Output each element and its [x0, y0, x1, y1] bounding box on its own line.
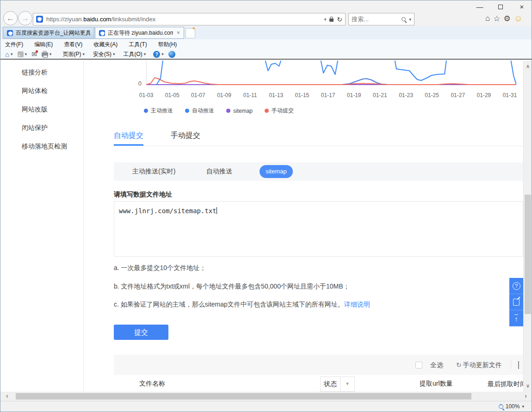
menu-view[interactable]: 查看(V) — [64, 41, 82, 49]
delete-button-clipped[interactable] — [518, 361, 523, 369]
refresh-icon[interactable]: ↻ — [337, 16, 342, 23]
manual-refresh-button[interactable]: ↻手动更新文件 — [456, 361, 502, 369]
messenger-sphere-icon — [168, 51, 175, 58]
back-to-top-icon: ↑ — [514, 314, 518, 322]
back-button[interactable]: ← — [3, 11, 18, 25]
favorites-star-icon[interactable]: ☆ — [493, 14, 500, 24]
help-float-button[interactable]: ? — [509, 278, 523, 294]
page-command-button[interactable]: 页面(P)▾ — [62, 50, 85, 58]
legend-dot — [226, 109, 230, 113]
chart-svg — [146, 61, 516, 85]
help-command-button[interactable]: ?▾ — [153, 51, 164, 58]
file-list-toolbar: 全选 ↻手动更新文件 — [114, 355, 523, 375]
minimize-button[interactable]: — — [472, 2, 488, 12]
legend-item[interactable]: 自动推送 — [185, 107, 214, 115]
tab-waiting-ziyuan[interactable]: 正在等待 ziyuan.baidu.com × — [95, 27, 184, 39]
scroll-up-icon[interactable]: ∧ — [524, 63, 532, 69]
legend-dot — [185, 109, 189, 113]
sidebar: 链接分析 网站体检 网站改版 闭站保护 移动落地页检测 — [0, 61, 84, 392]
home-icon[interactable]: ⌂ — [485, 14, 490, 23]
home-icon: ⌂ — [5, 50, 9, 58]
mail-command-button[interactable]: ✉ — [31, 50, 37, 58]
feedback-float-button[interactable] — [509, 294, 523, 310]
menu-favorites[interactable]: 收藏夹(A) — [93, 41, 118, 49]
subtab-bar: 主动推送(实时) 自动推送 sitemap — [114, 162, 523, 181]
forward-button[interactable]: → — [18, 11, 32, 25]
scroll-right-icon[interactable]: › — [525, 392, 527, 400]
menu-help[interactable]: 帮助(H) — [158, 41, 177, 49]
legend-item[interactable]: 主动推送 — [144, 107, 173, 115]
mail-icon: ✉ — [31, 50, 37, 58]
close-button[interactable]: × — [514, 2, 530, 12]
column-url-count: 提取url数量 — [420, 380, 453, 388]
new-tab-button[interactable] — [186, 28, 195, 38]
chart-legend: 主动推送 自动推送 sitemap 手动提交 — [144, 107, 294, 115]
tab-baidu-platform[interactable]: 百度搜索资源平台_让网站更具... — [3, 27, 94, 39]
file-url-value: www.jlnrj.com/sitemap.txt — [119, 207, 217, 215]
toolbar-divider — [511, 361, 511, 369]
address-bar[interactable]: https://ziyuan.baidu.com/linksubmit/inde… — [33, 13, 346, 25]
tab-title: 百度搜索资源平台_让网站更具... — [16, 29, 90, 37]
select-all-label[interactable]: 全选 — [430, 361, 443, 369]
address-dropdown-icon[interactable]: ▾ — [324, 17, 327, 22]
search-dropdown-icon[interactable]: ▾ — [409, 17, 411, 22]
sidebar-item-link-analysis[interactable]: 链接分析 — [22, 68, 48, 77]
tab-auto-submit[interactable]: 自动提交 — [114, 131, 143, 141]
search-icon[interactable] — [402, 17, 406, 21]
maximize-icon — [498, 5, 503, 9]
select-all-checkbox[interactable] — [415, 362, 422, 369]
rss-command-button[interactable]: ▾ — [18, 51, 27, 57]
menu-file[interactable]: 文件(F) — [5, 41, 23, 49]
note-a: a. 一次最多提交10个文件地址； — [114, 264, 206, 272]
safety-command-button[interactable]: 安全(S)▾ — [93, 50, 115, 58]
back-to-top-button[interactable]: ↑ — [509, 310, 523, 326]
floating-side-panel: ? ↑ — [509, 278, 523, 326]
tab-close-icon[interactable]: × — [177, 30, 180, 36]
home-command-button[interactable]: ⌂▾ — [5, 50, 13, 58]
submit-button[interactable]: 提交 — [114, 325, 168, 340]
scroll-down-icon[interactable]: ∨ — [524, 383, 532, 389]
vertical-scrollbar-thumb[interactable] — [525, 195, 531, 314]
sidebar-item-site-checkup[interactable]: 网站体检 — [22, 87, 48, 95]
legend-item[interactable]: 手动提交 — [265, 107, 294, 115]
tab-manual-submit[interactable]: 手动提交 — [171, 131, 200, 141]
detail-link[interactable]: 详细说明 — [344, 301, 370, 308]
settings-gear-icon[interactable]: ⚙ — [504, 14, 511, 24]
baidu-favicon — [36, 16, 43, 23]
status-bar: 100% ▾ — [0, 401, 532, 412]
trash-icon — [518, 361, 519, 369]
search-input[interactable]: 搜索... ▾ — [348, 13, 414, 25]
sidebar-item-site-revision[interactable]: 网站改版 — [22, 105, 48, 114]
print-command-button[interactable]: ▾ — [42, 51, 52, 57]
messenger-command-button[interactable] — [168, 51, 175, 58]
menu-edit[interactable]: 编辑(E) — [34, 41, 53, 49]
column-last-crawl-time-clipped: 最后抓取时间 — [488, 380, 523, 388]
file-url-textarea[interactable]: www.jlnrj.com/sitemap.txt — [114, 201, 523, 257]
status-filter-dropdown-icon[interactable]: ▼ — [340, 376, 355, 392]
vertical-scrollbar[interactable]: ∧ ∨ — [523, 61, 532, 392]
subtab-auto-push[interactable]: 自动推送 — [206, 167, 232, 176]
smiley-feedback-icon[interactable]: ☺ — [514, 13, 523, 24]
zoom-dropdown-icon[interactable]: ▾ — [522, 404, 524, 409]
zoom-magnifier-icon — [499, 404, 503, 409]
sidebar-item-closed-site-protection[interactable]: 闭站保护 — [22, 124, 48, 132]
scroll-left-icon[interactable]: ‹ — [6, 392, 8, 400]
command-bar: ⌂▾ ▾ ✉ ▾ 页面(P)▾ 安全(S)▾ 工具(O)▾ ?▾ — [0, 49, 532, 60]
zoom-control[interactable]: 100% ▾ — [499, 403, 524, 410]
subtab-sitemap-selected[interactable]: sitemap — [260, 165, 293, 178]
note-b: b. 文件地址格式为txt或xml，每个地址文件最多包含50,000个网址且需小… — [114, 283, 350, 291]
menu-tools[interactable]: 工具(T) — [129, 41, 147, 49]
sidebar-item-mobile-landing-check[interactable]: 移动落地页检测 — [22, 142, 67, 151]
column-status[interactable]: 状态 — [320, 376, 340, 392]
horizontal-scrollbar-thumb[interactable] — [16, 393, 471, 400]
subtab-active-push[interactable]: 主动推送(实时) — [132, 167, 175, 176]
legend-item[interactable]: sitemap — [226, 108, 253, 114]
tab-divider-line — [114, 146, 523, 146]
chart-x-axis-labels: 01-0301-0501-0701-0901-1101-1301-1501-17… — [133, 92, 523, 98]
printer-icon — [42, 52, 48, 57]
horizontal-scrollbar[interactable]: ‹ › — [0, 392, 532, 401]
maximize-button[interactable] — [493, 2, 508, 12]
menu-bar: 文件(F) 编辑(E) 查看(V) 收藏夹(A) 工具(T) 帮助(H) — [0, 39, 532, 49]
tools-command-button[interactable]: 工具(O)▾ — [123, 50, 146, 58]
feedback-edit-icon — [513, 299, 520, 306]
